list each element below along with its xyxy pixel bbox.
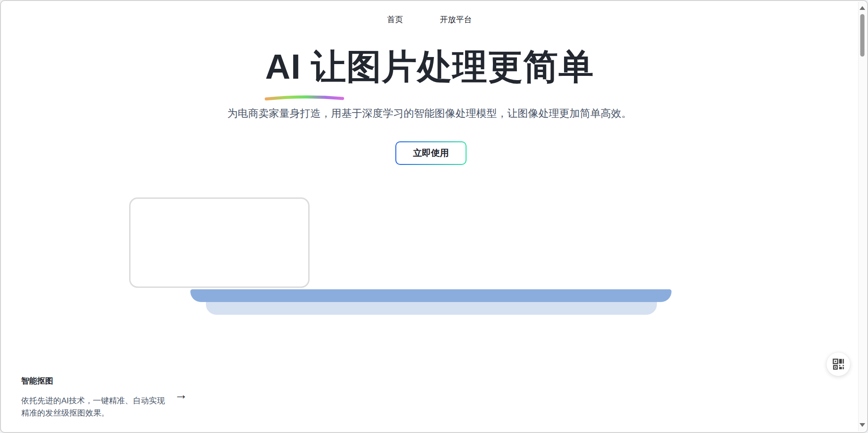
laptop-base-dark-bar xyxy=(190,289,671,302)
hero-subtitle: 为电商卖家量身打造，用基于深度学习的智能图像处理模型，让图像处理更加简单高效。 xyxy=(1,106,858,121)
laptop-base-light-bar xyxy=(206,302,657,315)
nav-item-home[interactable]: 首页 xyxy=(387,14,403,25)
nav-item-open-platform[interactable]: 开放平台 xyxy=(440,14,472,25)
scrollbar-up-arrow-icon[interactable] xyxy=(860,6,865,10)
scrollbar[interactable] xyxy=(858,2,866,431)
scrollbar-down-arrow-icon[interactable] xyxy=(860,423,865,427)
cta-label: 立即使用 xyxy=(413,147,449,159)
page-content: 首页 开放平台 AI 让图片处理更简单 为电商卖家量身打造，用基于深度学习的智能… xyxy=(1,1,858,432)
feature-title: 智能抠图 xyxy=(21,376,173,386)
feature-arrow-icon[interactable]: → xyxy=(174,388,188,401)
qr-code-button[interactable] xyxy=(827,352,850,376)
qr-code-icon xyxy=(832,358,844,370)
top-nav: 首页 开放平台 xyxy=(1,14,858,25)
rainbow-underline-icon xyxy=(263,94,346,102)
feature-section: 智能抠图 依托先进的AI技术，一键精准、自动实现精准的发丝级抠图效果。 xyxy=(21,376,173,420)
hero-title: AI 让图片处理更简单 xyxy=(1,44,858,90)
browser-viewport: 首页 开放平台 AI 让图片处理更简单 为电商卖家量身打造，用基于深度学习的智能… xyxy=(0,0,868,433)
preview-panel xyxy=(129,197,310,288)
cta-button[interactable]: 立即使用 xyxy=(395,141,467,165)
feature-description: 依托先进的AI技术，一键精准、自动实现精准的发丝级抠图效果。 xyxy=(21,395,173,420)
cta-button-inner[interactable]: 立即使用 xyxy=(396,142,466,164)
scrollbar-thumb[interactable] xyxy=(860,14,865,57)
page-window: 首页 开放平台 AI 让图片处理更简单 为电商卖家量身打造，用基于深度学习的智能… xyxy=(0,0,868,433)
